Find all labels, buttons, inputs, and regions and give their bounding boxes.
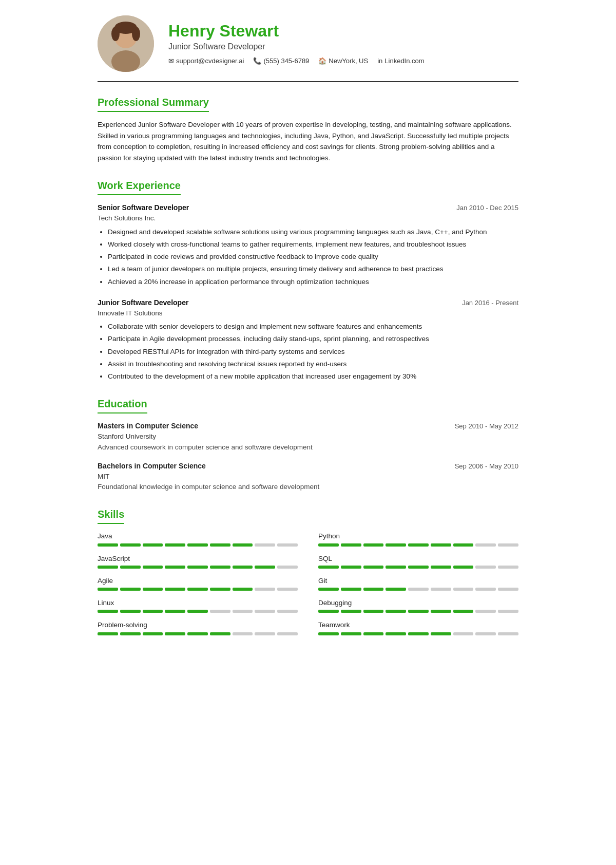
location-icon: 🏠 [318, 56, 326, 66]
job-company: Tech Solutions Inc. [98, 213, 518, 223]
skill-segment [255, 588, 275, 591]
linkedin-icon: in [377, 56, 382, 66]
skills-container: Java Python JavaScript SQL Agile Git Lin… [98, 531, 518, 637]
skill-segment [453, 566, 474, 569]
edu-header: Bachelors in Computer Science Sep 2006 -… [98, 461, 518, 472]
skill-segment [363, 566, 384, 569]
skill-segment [255, 632, 275, 635]
skill-name: JavaScript [98, 554, 298, 564]
skill-segment [363, 543, 384, 547]
skill-bar [98, 632, 298, 635]
edu-desc: Foundational knowledge in computer scien… [98, 482, 518, 492]
skill-segment [408, 632, 429, 635]
skill-segment [498, 632, 518, 635]
skill-segment [165, 566, 185, 569]
skill-segment [143, 543, 163, 547]
skill-bar [98, 566, 298, 569]
skill-segment [143, 610, 163, 613]
skill-segment [341, 588, 361, 591]
skill-name: Debugging [318, 598, 518, 608]
skill-segment [318, 588, 339, 591]
skill-segment [431, 588, 451, 591]
skill-bar [318, 588, 518, 591]
edu-date: Sep 2006 - May 2010 [455, 461, 518, 472]
skill-segment [408, 566, 429, 569]
contact-phone: 📞 (555) 345-6789 [253, 56, 309, 66]
job-header: Senior Software Developer Jan 2010 - Dec… [98, 202, 518, 213]
avatar [98, 15, 154, 72]
skill-name: Linux [98, 598, 298, 608]
skill-segment [277, 566, 298, 569]
skill-segment [363, 588, 384, 591]
edu-block: Masters in Computer Science Sep 2010 - M… [98, 421, 518, 453]
skill-segment [120, 543, 141, 547]
skill-name: Python [318, 531, 518, 541]
skill-segment [277, 543, 298, 547]
skill-name: Git [318, 576, 518, 586]
skill-segment [475, 632, 496, 635]
contact-location: 🏠 NewYork, US [318, 56, 368, 66]
list-item: Designed and developed scalable software… [108, 227, 518, 237]
skill-segment [386, 632, 406, 635]
skill-segment [498, 566, 518, 569]
candidate-title: Junior Software Developer [168, 41, 518, 53]
list-item: Participate in Agile development process… [108, 334, 518, 344]
skill-segment [165, 632, 185, 635]
education-section: Education Masters in Computer Science Se… [98, 396, 518, 492]
skill-segment [277, 610, 298, 613]
edu-date: Sep 2010 - May 2012 [455, 421, 518, 431]
skill-item: Agile [98, 576, 298, 591]
jobs-container: Senior Software Developer Jan 2010 - Dec… [98, 202, 518, 382]
job-company: Innovate IT Solutions [98, 308, 518, 318]
skill-segment [165, 543, 185, 547]
edu-institution: Stanford University [98, 431, 518, 442]
skill-segment [165, 610, 185, 613]
skill-bar [318, 610, 518, 613]
skill-segment [318, 632, 339, 635]
skill-segment [120, 610, 141, 613]
contact-row: ✉ support@cvdesigner.ai 📞 (555) 345-6789… [168, 56, 518, 66]
skill-segment [408, 543, 429, 547]
skill-segment [408, 610, 429, 613]
skill-item: SQL [318, 554, 518, 569]
summary-title: Professional Summary [98, 95, 209, 112]
skill-segment [120, 632, 141, 635]
skill-segment [210, 632, 230, 635]
contact-linkedin: in LinkedIn.com [377, 56, 424, 66]
edu-degree: Masters in Computer Science [98, 421, 198, 431]
skill-segment [120, 588, 141, 591]
skill-bar [318, 566, 518, 569]
skill-segment [210, 610, 230, 613]
skill-segment [453, 610, 474, 613]
skill-item: JavaScript [98, 554, 298, 569]
list-item: Developed RESTful APIs for integration w… [108, 347, 518, 357]
skill-segment [453, 588, 474, 591]
skill-segment [498, 610, 518, 613]
list-item: Worked closely with cross-functional tea… [108, 239, 518, 250]
skill-segment [386, 588, 406, 591]
skill-name: Problem-solving [98, 620, 298, 630]
job-block: Junior Software Developer Jan 2016 - Pre… [98, 297, 518, 382]
skill-bar [98, 610, 298, 613]
skill-item: Teamwork [318, 620, 518, 635]
skill-segment [475, 588, 496, 591]
contact-email: ✉ support@cvdesigner.ai [168, 56, 244, 66]
list-item: Achieved a 20% increase in application p… [108, 277, 518, 287]
phone-icon: 📞 [253, 56, 261, 66]
list-item: Assist in troubleshooting and resolving … [108, 359, 518, 369]
skill-segment [341, 610, 361, 613]
experience-section: Work Experience Senior Software Develope… [98, 178, 518, 382]
edu-desc: Advanced coursework in computer science … [98, 442, 518, 453]
skill-segment [386, 610, 406, 613]
skill-segment [120, 566, 141, 569]
skill-segment [386, 566, 406, 569]
skill-segment [363, 610, 384, 613]
skill-segment [255, 543, 275, 547]
skill-segment [233, 588, 253, 591]
candidate-name: Henry Stewart [168, 21, 518, 41]
skill-bar [98, 543, 298, 547]
skill-name: Teamwork [318, 620, 518, 630]
job-title: Senior Software Developer [98, 202, 189, 213]
skill-item: Python [318, 531, 518, 546]
skill-segment [187, 543, 208, 547]
